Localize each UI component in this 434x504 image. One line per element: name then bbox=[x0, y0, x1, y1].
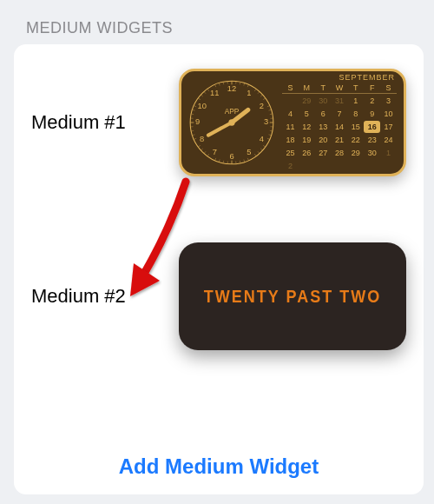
svg-line-42 bbox=[240, 161, 240, 163]
svg-text:1: 1 bbox=[247, 89, 251, 97]
svg-line-35 bbox=[267, 138, 270, 139]
clock-brand-label: APP bbox=[225, 107, 240, 116]
calendar-day: 2 bbox=[364, 95, 380, 107]
calendar-day: 5 bbox=[299, 108, 315, 120]
calendar-day: 7 bbox=[332, 108, 348, 120]
svg-line-63 bbox=[207, 89, 209, 90]
calendar-day: 4 bbox=[282, 108, 299, 120]
svg-line-50 bbox=[201, 149, 202, 150]
calendar-day: 21 bbox=[332, 134, 348, 146]
svg-line-64 bbox=[215, 84, 216, 87]
add-button-row: Add Medium Widget bbox=[14, 454, 424, 479]
calendar-dow: T bbox=[347, 83, 364, 94]
section-header: MEDIUM WIDGETS bbox=[0, 0, 434, 44]
calendar-day: 1 bbox=[347, 95, 364, 107]
widget-row-1-label: Medium #1 bbox=[31, 111, 126, 134]
svg-line-22 bbox=[244, 83, 245, 86]
calendar-day: 29 bbox=[347, 147, 364, 159]
calendar-day: 30 bbox=[364, 147, 380, 159]
svg-line-54 bbox=[191, 130, 194, 131]
calendar-day: 3 bbox=[380, 95, 397, 107]
svg-text:11: 11 bbox=[210, 89, 219, 97]
calendar-day: 23 bbox=[364, 134, 380, 146]
calendar-day: 28 bbox=[332, 147, 348, 159]
svg-line-47 bbox=[215, 158, 216, 161]
calendar-day: 12 bbox=[299, 121, 315, 133]
calendar-day: 2 bbox=[282, 160, 299, 172]
svg-line-21 bbox=[240, 82, 240, 84]
widget-row-2: Medium #2 TWENTY PAST TWO bbox=[31, 242, 406, 350]
svg-line-26 bbox=[260, 95, 262, 96]
svg-line-34 bbox=[269, 135, 272, 136]
widget-row-2-label: Medium #2 bbox=[31, 285, 126, 308]
svg-text:10: 10 bbox=[197, 102, 206, 110]
calendar-day: 1 bbox=[380, 147, 397, 159]
svg-line-58 bbox=[193, 109, 195, 110]
svg-text:9: 9 bbox=[195, 117, 200, 126]
calendar-day: 26 bbox=[299, 147, 315, 159]
calendar-day: 20 bbox=[315, 134, 332, 146]
analog-clock-icon: 12 1 2 3 4 5 6 7 8 9 10 11 bbox=[187, 77, 277, 168]
calendar-day: 10 bbox=[380, 108, 397, 120]
svg-line-33 bbox=[270, 130, 273, 131]
svg-line-61 bbox=[201, 95, 202, 96]
calendar-day: 25 bbox=[282, 147, 299, 159]
svg-line-41 bbox=[244, 160, 245, 162]
svg-line-29 bbox=[269, 109, 272, 110]
calendar-day: 13 bbox=[315, 121, 332, 133]
calendar-day: 15 bbox=[347, 121, 364, 133]
svg-point-15 bbox=[228, 119, 234, 125]
calendar-dow: M bbox=[299, 83, 315, 94]
svg-line-23 bbox=[247, 84, 248, 87]
widget-text-clock: TWENTY PAST TWO bbox=[179, 242, 406, 350]
svg-text:2: 2 bbox=[260, 102, 264, 110]
svg-line-25 bbox=[258, 91, 260, 93]
calendar-day: 8 bbox=[347, 108, 364, 120]
calendar-day: 22 bbox=[347, 134, 364, 146]
calendar-day: 30 bbox=[315, 95, 332, 107]
svg-line-40 bbox=[247, 158, 248, 161]
calendar-dow: T bbox=[315, 83, 332, 94]
svg-line-45 bbox=[223, 161, 224, 163]
widgets-card: Medium #1 12 1 2 3 bbox=[14, 44, 424, 494]
add-medium-widget-button[interactable]: Add Medium Widget bbox=[119, 454, 319, 479]
svg-text:7: 7 bbox=[213, 148, 217, 156]
svg-line-46 bbox=[219, 160, 220, 162]
svg-line-51 bbox=[198, 145, 200, 147]
calendar-day: 27 bbox=[315, 147, 332, 159]
svg-line-37 bbox=[260, 149, 262, 150]
svg-line-59 bbox=[194, 106, 196, 107]
svg-line-49 bbox=[204, 151, 206, 153]
widget-row-1: Medium #1 12 1 2 3 bbox=[31, 69, 406, 176]
calendar-day: 18 bbox=[282, 134, 299, 146]
svg-line-62 bbox=[204, 91, 206, 93]
svg-line-66 bbox=[223, 82, 224, 84]
calendar-day: 16 bbox=[364, 121, 380, 133]
calendar-day: 19 bbox=[299, 134, 315, 146]
calendar-month-label: SEPTEMBER bbox=[282, 73, 397, 83]
svg-line-48 bbox=[207, 154, 209, 156]
widget-slot-2[interactable]: TWENTY PAST TWO bbox=[179, 242, 406, 350]
calendar-dow: S bbox=[282, 83, 299, 94]
svg-line-53 bbox=[193, 135, 195, 136]
svg-line-24 bbox=[254, 89, 256, 90]
svg-line-30 bbox=[270, 114, 273, 115]
svg-line-38 bbox=[258, 151, 260, 153]
svg-text:6: 6 bbox=[229, 152, 233, 161]
svg-text:5: 5 bbox=[247, 148, 251, 156]
widget-clock-calendar: 12 1 2 3 4 5 6 7 8 9 10 11 bbox=[179, 69, 406, 176]
calendar-day bbox=[282, 95, 299, 107]
svg-line-52 bbox=[194, 138, 196, 139]
calendar-day: 11 bbox=[282, 121, 299, 133]
calendar-dow: W bbox=[332, 83, 348, 94]
calendar-day: 6 bbox=[315, 108, 332, 120]
svg-text:3: 3 bbox=[264, 117, 268, 126]
calendar-dow: F bbox=[364, 83, 380, 94]
calendar-day: 31 bbox=[332, 95, 348, 107]
widget-slot-1[interactable]: 12 1 2 3 4 5 6 7 8 9 10 11 bbox=[179, 69, 406, 176]
svg-text:8: 8 bbox=[200, 135, 204, 143]
svg-text:12: 12 bbox=[227, 84, 236, 93]
svg-text:4: 4 bbox=[260, 135, 264, 143]
svg-line-65 bbox=[219, 83, 220, 86]
svg-line-27 bbox=[263, 98, 265, 100]
